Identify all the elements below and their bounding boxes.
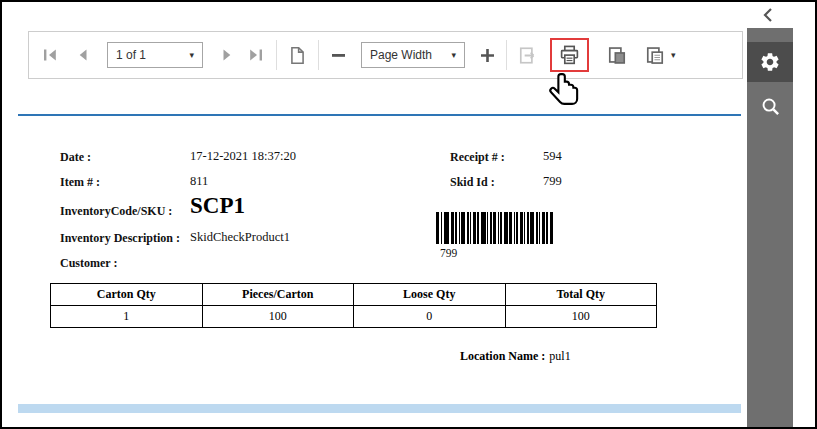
print-button[interactable] [557,43,582,67]
toolbar-separator [318,40,319,70]
single-page-view-button[interactable] [286,44,309,67]
export-button [516,44,540,67]
description-value: SkidCheckProduct1 [190,230,290,245]
table-header-row: Carton Qty Pieces/Carton Loose Qty Total… [51,284,657,306]
table-header-carton-qty: Carton Qty [51,284,203,306]
report-footer-bar [18,404,741,413]
table-cell-pieces-carton: 100 [202,306,354,328]
barcode [436,212,648,244]
date-label: Date : [60,150,91,165]
skid-label: Skid Id : [450,175,495,190]
table-header-total-qty: Total Qty [505,284,657,306]
search-button[interactable] [747,86,793,126]
export-icon [518,46,538,65]
receipt-label: Receipt # : [450,150,505,165]
chevron-down-icon: ▾ [451,50,456,60]
print-current-page-button[interactable] [605,44,629,67]
plus-icon [479,47,496,64]
chevron-down-icon: ▾ [189,50,194,60]
customer-label: Customer : [60,256,117,271]
table-header-pieces-carton: Pieces/Carton [202,284,354,306]
copy-pages-icon [645,46,665,65]
date-value: 17-12-2021 18:37:20 [190,149,296,164]
page-indicator-label: 1 of 1 [116,48,146,62]
next-page-icon [219,47,235,63]
zoom-out-button[interactable] [328,45,349,66]
gear-icon [759,51,781,73]
location-label: Location Name : [460,349,545,363]
last-page-button[interactable] [245,45,267,65]
sku-label: InventoryCode/SKU : [60,204,172,219]
print-button-highlight [550,38,589,72]
collapse-panel-button[interactable] [760,6,778,27]
last-page-icon [247,47,265,63]
report-top-rule [18,114,741,116]
printer-icon [559,45,580,65]
right-sidebar [747,28,793,427]
next-page-button[interactable] [217,45,237,65]
barcode-value: 799 [440,247,457,259]
magnifier-icon [760,96,781,117]
chevron-down-icon: ▾ [671,50,676,60]
page-icon [288,46,307,65]
description-label: Inventory Description : [60,231,180,246]
table-cell-carton-qty: 1 [51,306,203,328]
table-cell-loose-qty: 0 [354,306,506,328]
receipt-value: 594 [543,149,562,164]
table-cell-total-qty: 100 [505,306,657,328]
export-options-button[interactable]: ▾ [643,44,678,67]
toolbar-separator [276,40,277,70]
table-row: 1 100 0 100 [51,306,657,328]
location-value: pul1 [549,349,570,363]
item-value: 811 [190,174,208,189]
first-page-button[interactable] [39,45,61,65]
toolbar-separator [506,40,507,70]
zoom-mode-dropdown[interactable]: Page Width ▾ [361,42,465,68]
sku-value: SCP1 [190,193,245,219]
page-number-dropdown[interactable]: 1 of 1 ▾ [107,42,203,68]
skid-value: 799 [543,174,562,189]
minus-icon [330,47,347,64]
chevron-left-icon [760,6,778,24]
print-pages-icon [607,46,627,65]
viewer-toolbar: 1 of 1 ▾ Page Width ▾ [28,31,743,79]
previous-page-button[interactable] [73,45,93,65]
previous-page-icon [75,47,91,63]
first-page-icon [41,47,59,63]
location-name: Location Name :pul1 [460,349,571,364]
settings-button[interactable] [747,42,793,82]
item-label: Item # : [60,175,100,190]
quantity-table: Carton Qty Pieces/Carton Loose Qty Total… [50,283,657,328]
hand-cursor-icon [544,72,586,114]
table-header-loose-qty: Loose Qty [354,284,506,306]
zoom-mode-label: Page Width [370,48,432,62]
zoom-in-button[interactable] [477,45,498,66]
report-viewer-window: 1 of 1 ▾ Page Width ▾ [0,0,817,429]
